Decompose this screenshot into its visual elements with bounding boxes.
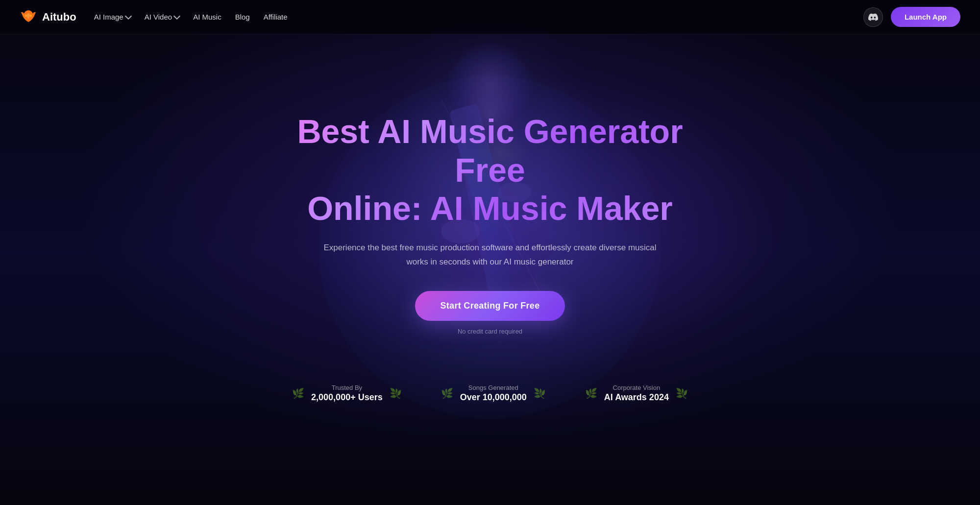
stat-label-3: Corporate Vision [604,384,669,391]
stat-value-1: 2,000,000+ Users [311,392,383,403]
svg-point-1 [30,14,32,17]
nav-link-blog[interactable]: Blog [235,13,250,21]
start-creating-button[interactable]: Start Creating For Free [415,291,565,321]
logo-icon [20,8,37,26]
no-credit-text: No credit card required [270,328,710,335]
logo[interactable]: Aitubo [20,8,76,26]
nav-link-ai-image[interactable]: AI Image [94,13,131,21]
discord-icon [868,12,878,22]
laurel-right-2: 🌿 [534,387,546,399]
ai-video-dropdown-icon [173,13,180,20]
nav-link-ai-video[interactable]: AI Video [145,13,179,21]
laurel-left-2: 🌿 [441,387,453,399]
laurel-right-3: 🌿 [676,387,688,399]
hero-section: Best AI Music Generator Free Online: AI … [0,0,980,505]
stat-label-1: Trusted By [311,384,383,391]
stat-value-2: Over 10,000,000 [460,392,527,403]
nav-left: Aitubo AI Image AI Video AI Music Blog A… [20,8,288,26]
stat-songs-generated: 🌿 Songs Generated Over 10,000,000 🌿 [441,384,546,403]
hero-title: Best AI Music Generator Free Online: AI … [270,112,710,227]
laurel-left-1: 🌿 [292,387,304,399]
ai-image-dropdown-icon [125,13,132,20]
stat-awards: 🌿 Corporate Vision AI Awards 2024 🌿 [585,384,688,403]
nav-links: AI Image AI Video AI Music Blog Affiliat… [94,13,288,21]
stat-value-3: AI Awards 2024 [604,392,669,403]
stat-trusted-by: 🌿 Trusted By 2,000,000+ Users 🌿 [292,384,402,403]
navbar: Aitubo AI Image AI Video AI Music Blog A… [0,0,980,34]
nav-link-ai-music[interactable]: AI Music [193,13,221,21]
nav-link-affiliate[interactable]: Affiliate [264,13,288,21]
hero-subtitle: Experience the best free music productio… [314,241,666,269]
nav-right: Launch App [863,7,960,27]
hero-content: Best AI Music Generator Free Online: AI … [270,112,710,335]
laurel-right-1: 🌿 [390,387,402,399]
logo-text: Aitubo [42,11,76,24]
svg-point-0 [25,14,27,17]
launch-app-button[interactable]: Launch App [891,7,960,27]
stat-label-2: Songs Generated [460,384,527,391]
laurel-left-3: 🌿 [585,387,597,399]
discord-button[interactable] [863,7,883,27]
stats-row: 🌿 Trusted By 2,000,000+ Users 🌿 🌿 Songs … [292,369,688,403]
